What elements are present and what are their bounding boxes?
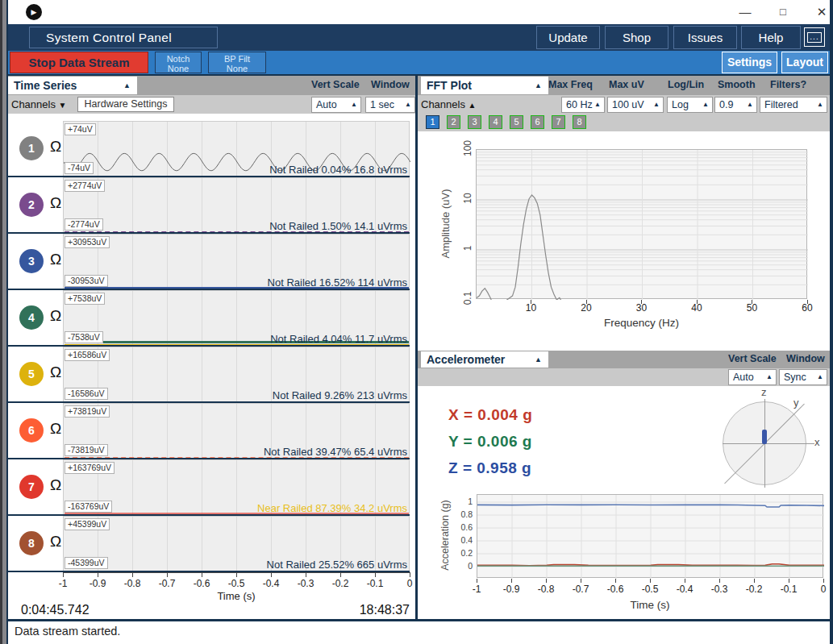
help-button[interactable]: Help [741,26,801,49]
window-dropdown[interactable]: 1 sec ▲ [365,97,415,113]
tick-mark [546,579,547,583]
tick-label: -0.7 [564,584,597,595]
channel-1-button[interactable]: 1 [19,136,44,160]
elapsed-time: 0:04:45.742 [21,603,90,617]
chevron-up-icon: ▲ [535,351,542,368]
vmax-label: +73819uV [65,405,110,418]
channel-2-button[interactable]: 2 [19,193,44,217]
accel-lines-svg [477,495,824,579]
tick-label: -1 [47,578,79,589]
accel-header: Accelerometer ▲ Vert Scale Window [418,351,830,368]
fft-channels-toggle-button[interactable]: Channels ▲ [421,98,476,110]
smooth-dropdown[interactable]: 0.9 ▲ [714,97,757,113]
max-freq-value: 60 Hz [566,99,593,110]
channels-toggle-button[interactable]: Channels ▼ [11,98,66,110]
tick-mark [132,573,133,577]
shop-button[interactable]: Shop [605,26,668,49]
filters-dropdown[interactable]: Filtered ▲ [760,97,827,113]
tick-label: -0.9 [495,584,527,595]
bandpass-filter-button[interactable]: BP Filt None [208,52,266,73]
tick-label: -0.2 [738,584,770,595]
tick-label: 10 [515,302,548,314]
fft-channel-5-button[interactable]: 5 [510,115,523,129]
tick-label: -0.3 [289,578,322,589]
clock-time: 18:48:37 [289,603,410,617]
fft-channel-2-button[interactable]: 2 [447,115,460,129]
update-button[interactable]: Update [536,26,600,49]
channel-3-button[interactable]: 3 [19,249,44,273]
system-control-panel-button[interactable]: System Control Panel [29,27,218,48]
impedance-omega-icon[interactable]: Ω [50,194,61,212]
railed-status: Not Railed 0.04% 16.8 uVrms [269,164,407,176]
impedance-omega-icon[interactable]: Ω [50,307,61,325]
maximize-button[interactable]: □ [771,3,795,21]
channel-6-button[interactable]: 6 [19,418,44,442]
notch-filter-button[interactable]: Notch None [155,52,202,73]
channel-row-6: 6 Ω +73819uV -73819uV Not Railed 39.47% … [8,403,410,459]
chevron-up-icon: ▲ [535,77,542,94]
fft-channel-1-button[interactable]: 1 [426,115,439,129]
accel-window-dropdown[interactable]: Sync ▲ [779,369,827,385]
minimize-button[interactable]: — [733,3,757,21]
close-button[interactable]: ✕ [810,3,833,21]
settings-button[interactable]: Settings [722,52,777,73]
stop-data-stream-button[interactable]: Stop Data Stream [10,52,148,73]
tick-mark [650,579,651,583]
max-uv-dropdown[interactable]: 100 uV ▲ [607,97,664,113]
fft-channel-7-button[interactable]: 7 [552,115,565,129]
fft-channel-8-button[interactable]: 8 [573,115,586,129]
impedance-omega-icon[interactable]: Ω [50,251,61,268]
tick-mark [615,579,616,583]
impedance-omega-icon[interactable]: Ω [50,420,61,438]
bp-label: BP Filt [209,54,265,64]
tick-label: 0.4 [447,535,473,545]
fft-channel-6-button[interactable]: 6 [531,115,544,129]
channel-4-button[interactable]: 4 [19,305,44,330]
time-series-widget: Time Series ▲ Vert Scale Window Channels… [8,76,415,619]
accel-vert-scale-dropdown[interactable]: Auto ▲ [728,369,777,385]
tick-label: -0.1 [773,584,805,595]
fft-channel-buttons: 12345678 [418,114,830,131]
channel-8-button[interactable]: 8 [19,531,44,555]
accelerometer-dropdown[interactable]: Accelerometer ▲ [421,351,548,368]
main-area: Time Series ▲ Vert Scale Window Channels… [8,76,830,619]
channel-row-1: 1 Ω +74uV -74uV Not Railed 0.04% 16.8 uV… [8,121,410,177]
tick-label: 1 [462,231,473,266]
channel-7-button[interactable]: 7 [19,475,44,499]
notch-label: Notch [156,54,201,64]
smooth-value: 0.9 [719,99,733,110]
tick-mark [236,573,237,577]
tick-mark [754,579,755,583]
log-lin-dropdown[interactable]: Log ▲ [667,97,713,113]
vmin-label: -30953uV [65,275,108,287]
max-freq-dropdown[interactable]: 60 Hz ▲ [561,97,605,113]
tick-label: -0.5 [220,578,252,589]
hardware-settings-button[interactable]: Hardware Settings [77,97,174,112]
vmin-label: -74uV [65,162,94,174]
channel-row-5: 5 Ω +16586uV -16586uV Not Railed 9.26% 2… [8,347,410,403]
fft-plot-dropdown[interactable]: FFT Plot ▲ [421,77,548,94]
layout-button[interactable]: Layout [781,52,828,73]
impedance-omega-icon[interactable]: Ω [50,476,61,494]
fft-channel-3-button[interactable]: 3 [468,115,481,129]
accel-window-label: Window [786,353,825,364]
fft-channel-4-button[interactable]: 4 [489,115,502,129]
tick-label: 0.8 [447,509,473,519]
window-value: 1 sec [370,99,394,110]
time-series-dropdown[interactable]: Time Series ▲ [8,77,137,94]
notch-value: None [156,64,201,73]
vert-scale-dropdown[interactable]: Auto ▲ [311,97,361,113]
max-freq-label: Max Freq [548,79,593,90]
chevron-up-icon: ▲ [653,98,660,112]
impedance-omega-icon[interactable]: Ω [50,533,61,551]
chevron-up-icon: ▲ [817,98,823,112]
channel-5-button[interactable]: 5 [19,362,44,386]
issues-button[interactable]: Issues [673,26,737,49]
impedance-omega-icon[interactable]: Ω [50,364,61,381]
vmin-label: -45399uV [65,557,108,569]
console-window-button[interactable]: ... [804,27,825,47]
smooth-label: Smooth [718,79,756,90]
tick-label: -0.2 [324,578,356,589]
impedance-omega-icon[interactable]: Ω [50,138,61,156]
tick-label: -0.4 [255,578,287,589]
